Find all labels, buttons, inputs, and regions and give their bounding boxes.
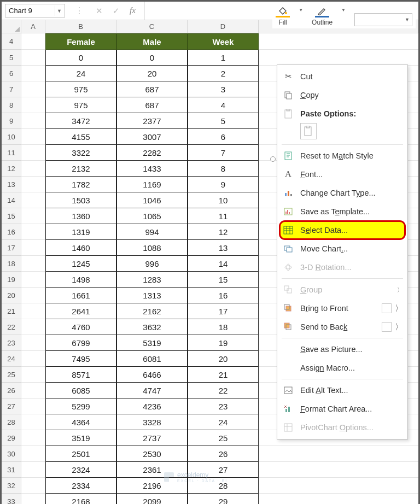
row-head[interactable]: 23 xyxy=(2,335,21,351)
col-head-a[interactable]: A xyxy=(21,20,45,33)
row-head[interactable]: 29 xyxy=(2,430,21,446)
cell[interactable] xyxy=(21,224,45,240)
cell[interactable]: 6 xyxy=(188,129,259,145)
ctx-edit-alt-text[interactable]: Edit Alt Text... xyxy=(277,381,407,400)
col-head-c[interactable]: C xyxy=(116,20,188,33)
cell[interactable] xyxy=(21,192,45,208)
cell[interactable]: 687 xyxy=(116,81,188,97)
cell[interactable]: 2377 xyxy=(116,113,188,129)
cell[interactable]: 3007 xyxy=(116,129,188,145)
cell[interactable]: 8571 xyxy=(45,367,116,383)
row-head[interactable]: 16 xyxy=(2,224,21,240)
cell[interactable]: 16 xyxy=(188,288,259,303)
cell[interactable]: 3328 xyxy=(116,414,188,430)
cell[interactable]: 2099 xyxy=(116,494,188,504)
row-head[interactable]: 17 xyxy=(2,240,21,256)
cell[interactable]: 5319 xyxy=(116,335,188,351)
row-head[interactable]: 26 xyxy=(2,383,21,398)
chevron-down-icon[interactable]: ▼ xyxy=(55,5,63,16)
cell[interactable]: 9 xyxy=(188,177,259,192)
row-head[interactable]: 33 xyxy=(2,494,21,504)
cell[interactable] xyxy=(21,351,45,367)
col-head-d[interactable]: D xyxy=(188,20,259,33)
cell[interactable] xyxy=(21,398,45,414)
cell[interactable]: 3322 xyxy=(45,145,116,161)
cell[interactable]: 4747 xyxy=(116,383,188,398)
cell[interactable]: 2737 xyxy=(116,430,188,446)
cell[interactable]: 19 xyxy=(188,335,259,351)
cell[interactable] xyxy=(21,145,45,161)
cell[interactable]: 3472 xyxy=(45,113,116,129)
row-head[interactable]: 5 xyxy=(2,50,21,66)
cell[interactable]: 2324 xyxy=(45,462,116,478)
fill-button[interactable]: Fill xyxy=(276,5,290,26)
cell[interactable] xyxy=(21,50,45,66)
cell[interactable]: 1782 xyxy=(45,177,116,192)
cell[interactable]: 687 xyxy=(116,97,188,113)
cell[interactable]: 2282 xyxy=(116,145,188,161)
cell[interactable]: 4760 xyxy=(45,319,116,335)
row-head[interactable]: 15 xyxy=(2,208,21,224)
chevron-right-icon[interactable]: 〉 xyxy=(395,322,403,332)
fx-icon[interactable]: fx xyxy=(130,6,140,15)
cell[interactable]: 7495 xyxy=(45,351,116,367)
row-head[interactable]: 21 xyxy=(2,303,21,319)
cell[interactable]: 21 xyxy=(188,367,259,383)
cell[interactable]: 1460 xyxy=(45,240,116,256)
cell[interactable]: 1283 xyxy=(116,272,188,288)
ctx-bring-to-front[interactable]: Bring to Front 〉 xyxy=(277,299,407,318)
ctx-save-as-picture[interactable]: Save as Picture... xyxy=(277,340,407,359)
cell[interactable]: 20 xyxy=(188,351,259,367)
cell[interactable] xyxy=(259,446,418,462)
row-head[interactable]: 31 xyxy=(2,462,21,478)
cell[interactable]: 11 xyxy=(188,208,259,224)
row-head[interactable]: 8 xyxy=(2,97,21,113)
cell[interactable]: 4155 xyxy=(45,129,116,145)
cell[interactable]: 6085 xyxy=(45,383,116,398)
cell[interactable]: 4364 xyxy=(45,414,116,430)
cell[interactable]: 2 xyxy=(188,66,259,81)
cell[interactable]: 28 xyxy=(188,478,259,494)
cell[interactable]: 17 xyxy=(188,303,259,319)
ctx-format-chart-area[interactable]: Format Chart Area... xyxy=(277,400,407,418)
cell[interactable]: 2501 xyxy=(45,446,116,462)
chevron-right-icon[interactable]: 〉 xyxy=(395,303,403,314)
cell[interactable]: 13 xyxy=(188,240,259,256)
cell[interactable]: 996 xyxy=(116,256,188,272)
row-head[interactable]: 4 xyxy=(2,33,21,50)
outline-button[interactable]: Outline xyxy=(312,5,332,26)
cell[interactable]: 0 xyxy=(45,50,116,66)
cell[interactable] xyxy=(21,161,45,177)
cell[interactable]: 7 xyxy=(188,145,259,161)
cell[interactable]: 975 xyxy=(45,81,116,97)
cell[interactable]: 1498 xyxy=(45,272,116,288)
cell[interactable]: 4 xyxy=(188,97,259,113)
cell[interactable]: 18 xyxy=(188,319,259,335)
ctx-move-chart[interactable]: Move Chart... xyxy=(277,239,407,258)
cell[interactable]: 24 xyxy=(188,414,259,430)
cell[interactable] xyxy=(21,272,45,288)
cell[interactable] xyxy=(21,97,45,113)
cell[interactable] xyxy=(21,494,45,504)
cell[interactable]: 2530 xyxy=(116,446,188,462)
row-head[interactable]: 25 xyxy=(2,367,21,383)
cell[interactable]: 2334 xyxy=(45,478,116,494)
paste-option-icon[interactable] xyxy=(300,123,317,139)
cell[interactable] xyxy=(21,113,45,129)
row-head[interactable]: 11 xyxy=(2,145,21,161)
cell[interactable] xyxy=(21,383,45,398)
cell[interactable] xyxy=(259,494,418,504)
cell[interactable] xyxy=(259,478,418,494)
cell[interactable] xyxy=(21,303,45,319)
cell[interactable] xyxy=(259,462,418,478)
cell[interactable]: 2641 xyxy=(45,303,116,319)
cell[interactable]: 1433 xyxy=(116,161,188,177)
cell[interactable]: 1065 xyxy=(116,208,188,224)
cell[interactable] xyxy=(21,446,45,462)
name-box[interactable]: Chart 9 ▼ xyxy=(5,4,65,17)
style-select[interactable]: ▼ xyxy=(354,13,412,26)
row-head[interactable]: 27 xyxy=(2,398,21,414)
cell[interactable]: 26 xyxy=(188,446,259,462)
cell[interactable]: 8 xyxy=(188,161,259,177)
cell[interactable]: 15 xyxy=(188,272,259,288)
